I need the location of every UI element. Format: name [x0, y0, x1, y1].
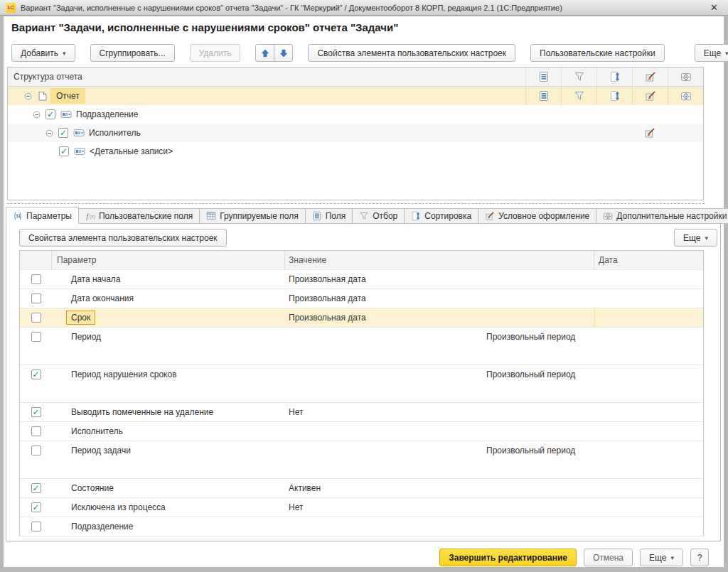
checkbox[interactable]: [31, 483, 41, 493]
element-properties-button[interactable]: Свойства элемента пользовательских настр…: [308, 44, 515, 62]
move-up-button[interactable]: [255, 44, 274, 62]
param-date[interactable]: [594, 289, 703, 308]
param-date[interactable]: [594, 308, 703, 327]
param-row[interactable]: Состояние Активен: [20, 478, 703, 497]
toolbar-more-button[interactable]: Еще: [695, 44, 728, 62]
param-value[interactable]: Произвольный период: [486, 332, 575, 342]
param-name-focused-cell[interactable]: Срок: [66, 311, 95, 325]
finish-editing-button[interactable]: Завершить редактирование: [439, 549, 577, 566]
collapse-icon[interactable]: [46, 129, 53, 137]
conditional-appearance-icon[interactable]: [632, 124, 668, 142]
sort-icon[interactable]: [596, 87, 632, 105]
param-row[interactable]: Исполнитель: [20, 421, 703, 441]
add-button[interactable]: Добавить: [11, 44, 75, 62]
param-row[interactable]: Выводить помеченные на удаление Нет: [20, 402, 703, 421]
param-row[interactable]: Период Произвольный период: [20, 327, 703, 365]
checkbox[interactable]: [46, 109, 55, 119]
param-value[interactable]: Нет: [285, 498, 594, 517]
checkbox[interactable]: [31, 313, 41, 323]
checkbox[interactable]: [31, 502, 41, 512]
tab-gruppiruemye-polya[interactable]: Группируемые поля: [200, 208, 305, 224]
param-row[interactable]: Дата начала Произвольная дата: [20, 269, 703, 288]
checkbox[interactable]: [58, 128, 68, 138]
user-settings-button[interactable]: Пользовательские настройки: [530, 44, 665, 62]
selected-fields-icon[interactable]: [525, 87, 561, 105]
param-row[interactable]: Период нарушения сроков Произвольный пер…: [20, 365, 703, 402]
tree-row-report[interactable]: Отчет: [8, 87, 703, 105]
checkbox[interactable]: [31, 369, 41, 379]
move-down-button[interactable]: [274, 44, 293, 62]
filter-icon[interactable]: [561, 87, 596, 105]
param-value[interactable]: [285, 517, 594, 536]
tab-polya[interactable]: Поля: [306, 208, 353, 224]
param-date[interactable]: [594, 270, 703, 288]
checkbox[interactable]: [31, 446, 41, 455]
checkbox[interactable]: [31, 274, 41, 284]
param-value[interactable]: Произвольный период: [486, 446, 575, 455]
footer-more-button[interactable]: Еще: [640, 549, 683, 566]
param-name[interactable]: Период задачи: [52, 441, 285, 478]
param-value[interactable]: Нет: [285, 403, 594, 421]
collapse-icon[interactable]: [24, 92, 32, 100]
param-name[interactable]: Период: [52, 328, 285, 365]
param-name[interactable]: Период нарушения сроков: [52, 365, 285, 402]
param-value[interactable]: Активен: [285, 479, 594, 497]
cancel-button[interactable]: Отмена: [584, 549, 633, 566]
toolbar-spacer: [227, 229, 674, 247]
group-button[interactable]: Сгруппировать...: [90, 44, 175, 62]
param-name[interactable]: Дата окончания: [52, 289, 285, 308]
checkbox[interactable]: [31, 426, 41, 436]
param-value[interactable]: Произвольная дата: [285, 289, 594, 308]
param-value[interactable]: Произвольная дата: [285, 270, 594, 288]
param-name[interactable]: Состояние: [52, 479, 285, 497]
help-button[interactable]: ?: [690, 549, 709, 566]
param-date[interactable]: [594, 365, 703, 402]
element-properties-button[interactable]: Свойства элемента пользовательских настр…: [19, 229, 227, 247]
parameters-more-button[interactable]: Еще: [674, 229, 717, 247]
checkbox[interactable]: [31, 332, 41, 342]
param-date[interactable]: [594, 422, 703, 441]
param-row[interactable]: Подразделение: [20, 517, 703, 536]
additional-settings-icon[interactable]: [668, 87, 703, 105]
param-date[interactable]: [594, 517, 703, 536]
conditional-appearance-icon: [485, 211, 495, 221]
param-date[interactable]: [594, 498, 703, 517]
parameters-icon: [13, 211, 23, 221]
tree-row-detail-records[interactable]: <Детальные записи>: [8, 142, 703, 161]
tab-sortirovka[interactable]: Сортировка: [405, 208, 478, 224]
close-icon[interactable]: ✕: [706, 2, 722, 13]
collapse-icon[interactable]: [33, 111, 41, 119]
checkbox[interactable]: [31, 522, 41, 531]
param-row[interactable]: Дата окончания Произвольная дата: [20, 288, 703, 308]
param-name[interactable]: Дата начала: [52, 270, 285, 288]
param-date[interactable]: [594, 328, 703, 365]
param-row[interactable]: Период задачи Произвольный период: [20, 441, 703, 478]
tab-otbor[interactable]: Отбор: [353, 208, 405, 224]
tree-cell-report[interactable]: Отчет: [50, 88, 85, 104]
tab-polzovatelskie-polya[interactable]: Пользовательские поля: [79, 208, 200, 224]
param-name[interactable]: Исполнитель: [52, 422, 285, 441]
checkbox[interactable]: [59, 146, 69, 156]
filter-icon: [561, 68, 596, 86]
param-name[interactable]: Выводить помеченные на удаление: [52, 403, 285, 421]
param-row-selected[interactable]: Срок Произвольная дата: [20, 308, 703, 327]
splitter[interactable]: [7, 203, 705, 204]
param-date[interactable]: [594, 403, 703, 421]
checkbox[interactable]: [31, 293, 41, 303]
tree-row-podrazdelenie[interactable]: Подразделение: [8, 105, 703, 124]
tab-parametry[interactable]: Параметры: [6, 207, 79, 224]
tree-row-ispolnitel[interactable]: Исполнитель: [8, 124, 703, 142]
param-name[interactable]: Подразделение: [52, 517, 285, 536]
conditional-appearance-icon[interactable]: [632, 87, 668, 105]
tab-uslovnoe-oformlenie[interactable]: Условное оформление: [478, 208, 596, 224]
param-name[interactable]: Исключена из процесса: [52, 498, 285, 517]
param-value[interactable]: [285, 422, 594, 441]
selected-fields-icon: [525, 68, 561, 86]
param-date[interactable]: [594, 479, 703, 497]
checkbox[interactable]: [31, 407, 41, 417]
param-value[interactable]: Произвольный период: [486, 369, 575, 379]
param-date[interactable]: [594, 441, 703, 478]
tab-dopolnitelnye-nastroyki[interactable]: Дополнительные настройки: [596, 208, 728, 224]
param-row[interactable]: Исключена из процесса Нет: [20, 497, 703, 517]
param-value[interactable]: Произвольная дата: [285, 308, 594, 327]
